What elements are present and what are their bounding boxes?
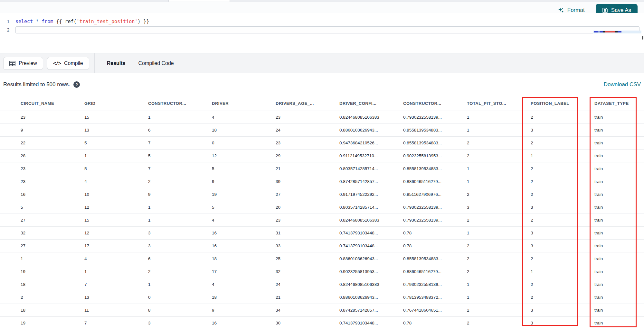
table-row[interactable]: 181189340.8742857142857...0.767441860465…	[0, 304, 644, 317]
code-line[interactable]: 2	[0, 26, 644, 34]
column-header[interactable]: DRIVERS_AGE_...	[276, 101, 339, 106]
table-cell: 0.7413793103448...	[339, 243, 403, 248]
table-cell: 0.7413793103448...	[339, 231, 403, 235]
table-cell: 2	[531, 282, 594, 287]
table-cell: 16	[212, 243, 276, 248]
table-cell: 0.8558139534883...	[403, 141, 467, 145]
results-meta-row: Results limited to 500 rows. ? Download …	[0, 73, 644, 96]
scrollbar-thumb[interactable]	[642, 36, 643, 40]
table-cell: 2	[148, 269, 212, 274]
table-row[interactable]: 2717316330.7413793103448...0.7823train	[0, 240, 644, 252]
results-toolbar: Preview </> Compile ResultsCompiled Code	[0, 53, 644, 73]
table-cell: 3	[148, 243, 212, 248]
table-row[interactable]: 271514230.8244680851063830.7930232558139…	[0, 214, 644, 227]
table-cell: 0.78	[403, 321, 467, 325]
table-row[interactable]: 1610919270.9171974522292...0.85116279069…	[0, 188, 644, 201]
table-cell: 18	[21, 282, 84, 287]
table-cell: 9	[212, 179, 276, 184]
sparkles-icon	[558, 7, 564, 14]
code-text[interactable]: select * from {{ ref('train_test_positio…	[15, 19, 149, 24]
table-body: 231514230.8244680851063830.7930232558139…	[0, 111, 644, 328]
table-cell: 0.8860103626943...	[339, 295, 403, 300]
table-row[interactable]: 231514230.8244680851063830.7930232558139…	[0, 111, 644, 124]
table-cell: 18	[212, 295, 276, 300]
table-row[interactable]: 14618250.8860103626943...0.8558139534883…	[0, 252, 644, 265]
table-cell: 4	[212, 282, 276, 287]
table-cell: 29	[276, 153, 339, 158]
table-cell: 3	[148, 231, 212, 235]
format-label: Format	[567, 7, 585, 14]
table-cell: 0.8558139534883...	[403, 256, 467, 261]
table-row[interactable]: 191217320.9023255813953...0.886046511627…	[0, 265, 644, 278]
table-row[interactable]: 23429390.8742857142857...0.8860465116279…	[0, 175, 644, 188]
table-row[interactable]: 213018210.8860103626943...0.781395348837…	[0, 291, 644, 304]
tab-compiled-code[interactable]: Compiled Code	[132, 53, 180, 74]
table-cell: 32	[21, 231, 84, 235]
tab-results[interactable]: Results	[100, 53, 132, 74]
table-row[interactable]: 913618240.8860103626943...0.855813953488…	[0, 124, 644, 137]
table-cell: 0.8860103626943...	[339, 256, 403, 261]
table-cell: 19	[21, 321, 84, 325]
table-cell: 19	[21, 269, 84, 274]
column-header[interactable]: DATASET_TYPE	[594, 101, 644, 106]
active-line-box[interactable]	[15, 26, 639, 33]
column-header[interactable]: CIRCUIT_NAME	[21, 101, 84, 106]
table-cell: 3	[531, 231, 594, 235]
column-header[interactable]: DRIVER_CONFI...	[339, 101, 403, 106]
table-cell: 5	[84, 166, 148, 171]
toolbar-divider	[94, 53, 95, 74]
table-cell: 0.7813953488372...	[403, 295, 467, 300]
table-cell: 1	[84, 269, 148, 274]
help-icon[interactable]: ?	[73, 81, 80, 88]
column-header[interactable]: DRIVER	[212, 101, 276, 106]
compile-button[interactable]: </> Compile	[47, 57, 89, 70]
table-cell: 24	[276, 282, 339, 287]
table-cell: 5	[212, 205, 276, 210]
column-header[interactable]: GRID	[84, 101, 148, 106]
code-brackets-icon: </>	[53, 60, 61, 66]
column-header[interactable]: CONSTRUCTOR...	[403, 101, 467, 106]
save-as-label: Save As	[611, 7, 631, 14]
table-cell: 3	[467, 205, 531, 210]
sql-editor[interactable]: 1select * from {{ ref('train_test_positi…	[0, 13, 644, 53]
table-row[interactable]: 22570230.9473684210526...0.8558139534883…	[0, 137, 644, 150]
table-cell: 0.78	[403, 243, 467, 248]
table-cell: train	[594, 179, 644, 184]
table-row[interactable]: 281512290.9112149532710...0.902325581395…	[0, 150, 644, 162]
table-cell: 1	[148, 218, 212, 223]
code-line[interactable]: 1select * from {{ ref('train_test_positi…	[0, 17, 644, 26]
table-row[interactable]: 3212316310.7413793103448...0.7813train	[0, 227, 644, 240]
table-cell: 0.8860103626943...	[339, 128, 403, 132]
table-cell: 1	[148, 205, 212, 210]
format-button[interactable]: Format	[558, 7, 585, 14]
table-row[interactable]: 23575210.8035714285714...0.8558139534883…	[0, 162, 644, 175]
editor-minimap[interactable]	[593, 31, 641, 33]
table-cell: 16	[21, 192, 84, 197]
table-cell: 0.9112149532710...	[339, 153, 403, 158]
table-cell: 27	[21, 243, 84, 248]
column-header[interactable]: CONSTRUCTOR...	[148, 101, 212, 106]
column-header[interactable]: TOTAL_PIT_STO...	[467, 101, 531, 106]
table-cell: 28	[21, 153, 84, 158]
table-cell: 9	[21, 128, 84, 132]
table-cell: 4	[84, 179, 148, 184]
preview-button[interactable]: Preview	[3, 57, 43, 70]
column-header[interactable]: POSITION_LABEL	[531, 101, 594, 106]
save-icon	[602, 7, 608, 13]
table-cell: 13	[84, 295, 148, 300]
active-editor-tab[interactable]	[168, 0, 230, 2]
table-cell: 23	[276, 115, 339, 120]
table-row[interactable]: 197316300.7413793103448...0.7823train	[0, 317, 644, 328]
table-cell: 3	[531, 243, 594, 248]
table-row[interactable]: 18714240.8244680851063830.7930232558139.…	[0, 278, 644, 291]
table-row[interactable]: 51215200.8035714285714...0.7930232558139…	[0, 201, 644, 214]
table-cell: train	[594, 321, 644, 325]
table-cell: 3	[531, 128, 594, 132]
table-cell: 9	[212, 308, 276, 313]
table-cell: 2	[531, 192, 594, 197]
table-cell: 12	[84, 205, 148, 210]
table-cell: 1	[467, 166, 531, 171]
download-csv-link[interactable]: Download CSV	[604, 81, 641, 88]
table-cell: 0.9023255813953...	[339, 269, 403, 274]
table-cell: 2	[148, 179, 212, 184]
